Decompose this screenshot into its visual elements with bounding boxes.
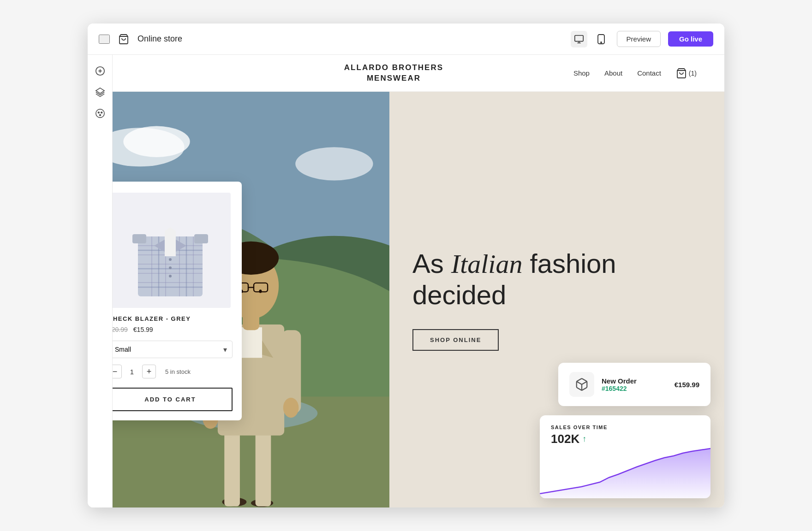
svg-point-23 [295,147,373,180]
hamburger-button[interactable] [99,35,110,44]
product-title: CHECK BLAZER - GREY [113,315,233,322]
add-tool-button[interactable] [91,62,109,80]
store-brand: ALLARDO BROTHERS MENSWEAR [344,63,443,83]
svg-rect-64 [194,234,208,243]
sales-value: 102K [551,432,579,446]
size-select-wrap[interactable]: Small Medium Large XL ▾ [113,341,233,358]
svg-point-10 [96,109,104,118]
editor-body: ALLARDO BROTHERS MENSWEAR Shop About Con… [88,55,724,507]
hero-section: As Italian fashion decided SHOP ONLINE [113,92,724,507]
product-info: CHECK BLAZER - GREY €20.99 €15.99 Small … [113,315,242,411]
plus-icon: + [147,367,152,377]
add-to-cart-button[interactable]: ADD TO CART [113,388,233,411]
editor-window: Online store Preview Go liv [88,24,724,507]
brand-line1: ALLARDO BROTHERS [344,63,443,73]
product-card: CHECK BLAZER - GREY €20.99 €15.99 Small … [113,182,242,420]
svg-rect-27 [256,425,271,507]
shop-online-button[interactable]: SHOP ONLINE [412,329,499,351]
order-label: New Order [602,377,667,385]
preview-button[interactable]: Preview [617,31,661,47]
order-amount: €159.99 [675,381,699,389]
order-info: New Order #165422 [602,377,667,392]
store-nav: ALLARDO BROTHERS MENSWEAR Shop About Con… [113,55,724,92]
svg-rect-1 [574,35,583,41]
nav-shop[interactable]: Shop [573,69,590,77]
sales-value-wrap: 102K ↑ [551,432,699,446]
sidebar-tools [88,55,113,507]
sales-card: SALES OVER TIME 102K ↑ [540,415,710,498]
new-order-card: New Order #165422 €159.99 [558,363,710,406]
order-id: #165422 [602,385,667,392]
svg-rect-26 [224,425,240,507]
product-image [113,193,231,308]
top-bar-title: Online store [137,34,563,44]
sales-trend-icon: ↑ [582,434,586,444]
sales-label: SALES OVER TIME [551,425,699,430]
quantity-value: 1 [127,368,137,376]
sales-chart [540,448,710,498]
svg-point-22 [123,126,190,157]
quantity-decrease-button[interactable]: − [113,365,122,378]
price-new: €15.99 [133,326,153,333]
top-bar: Online store Preview Go liv [88,24,724,55]
svg-point-11 [98,112,99,113]
order-box-icon [569,372,594,397]
desktop-view-button[interactable] [571,31,587,47]
tagline-before: As [412,248,451,278]
nav-links: Shop About Contact (1) [573,68,697,79]
product-prices: €20.99 €15.99 [113,326,233,333]
svg-point-13 [99,114,101,116]
quantity-increase-button[interactable]: + [142,365,156,378]
nav-contact[interactable]: Contact [637,69,661,77]
mobile-view-button[interactable] [593,31,609,47]
price-old: €20.99 [113,326,128,333]
cart-button[interactable]: (1) [676,68,697,79]
svg-rect-31 [240,327,262,358]
main-container: Online store Preview Go liv [0,0,812,531]
svg-point-5 [601,42,602,43]
golive-button[interactable]: Go live [668,31,713,47]
nav-about[interactable]: About [604,69,622,77]
svg-point-12 [101,112,102,113]
size-select[interactable]: Small Medium Large XL [113,341,233,358]
cart-count: (1) [689,70,697,77]
layers-tool-button[interactable] [91,83,109,101]
svg-rect-63 [132,234,146,243]
quantity-row: − 1 + 5 in stock [113,365,233,378]
svg-point-35 [283,398,299,418]
brand-line2: MENSWEAR [344,73,443,83]
store-icon [117,33,130,46]
store-preview: ALLARDO BROTHERS MENSWEAR Shop About Con… [113,55,724,507]
device-icons [571,31,609,47]
hero-tagline: As Italian fashion decided [412,248,701,310]
svg-point-67 [169,275,172,277]
svg-point-65 [169,258,172,261]
tagline-italic: Italian [451,249,523,279]
svg-point-66 [169,266,172,269]
svg-point-43 [259,289,262,293]
minus-icon: − [113,367,117,377]
stock-status: 5 in stock [165,368,191,375]
palette-tool-button[interactable] [91,105,109,122]
